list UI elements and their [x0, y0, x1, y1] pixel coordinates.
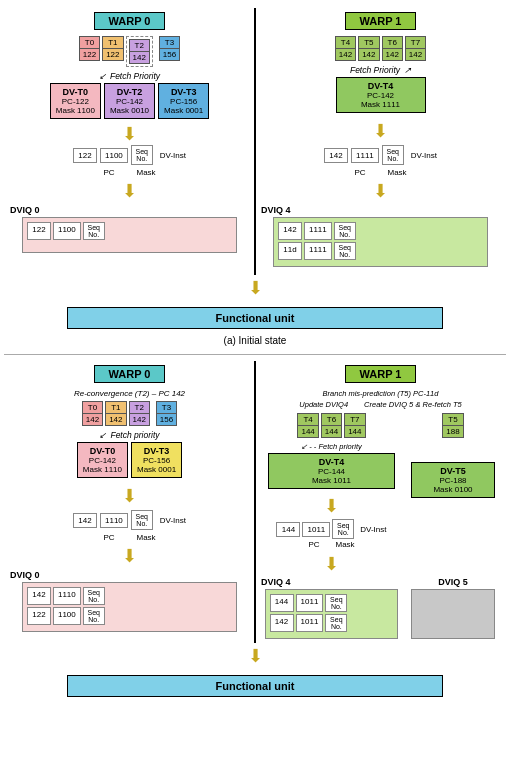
dviq0-seq: SeqNo.	[83, 222, 105, 240]
s2-w1-mask-lbl: Mask	[336, 540, 355, 549]
s2-dviq0-mask1: 1110	[53, 587, 81, 605]
warp0-threads: T0 122 T1 122 T2 142 T3 156	[79, 36, 180, 67]
dviq0-box: 122 1100 SeqNo.	[22, 217, 237, 253]
t1-label: T1	[103, 37, 122, 49]
t3-label: T3	[160, 37, 179, 49]
warp1-dv-row: DV-T4 PC-142 Mask 1111	[261, 77, 500, 113]
thread-t5: T5 142	[358, 36, 379, 61]
t0-label: T0	[80, 37, 99, 49]
arrow-down-2: ⬇	[122, 180, 137, 202]
t2-dashed-wrap: T2 142	[126, 36, 153, 67]
s2-w1-side-threads: T5 188	[442, 413, 463, 438]
s2-warp0-threads: T0 142 T1 142 T2 142 T3 156	[82, 401, 177, 426]
dv-t2-box: DV-T2 PC-142 Mask 0010	[104, 83, 155, 119]
s2-dviq0-mask2: 1100	[53, 607, 81, 625]
s2-fp-arrow: ↙	[99, 430, 106, 440]
s2-t4-val: 144	[298, 426, 317, 437]
s2-w1-pc-lbl: PC	[308, 540, 319, 549]
s2-dviq4-pc2: 142	[270, 614, 294, 632]
section1-caption: (a) Initial state	[4, 335, 506, 346]
s2-t3-label: T3	[157, 402, 176, 414]
warp1-title: WARP 1	[345, 12, 417, 30]
s2-dv-t3-pc: PC-156	[137, 456, 176, 465]
s2-dv-t0-mask: Mask 1110	[83, 465, 122, 474]
t1-val: 122	[103, 49, 122, 60]
s2-thread-t5: T5 188	[442, 413, 463, 438]
s2-thread-t4: T4 144	[297, 413, 318, 438]
s2-functional-unit: Functional unit	[67, 675, 444, 697]
dviq4-box: 142 1111 SeqNo. 11d 1111 SeqNo.	[273, 217, 488, 267]
dv-t0-mask: Mask 1100	[56, 106, 95, 115]
s2-dv-t4-mask: Mask 1011	[274, 476, 389, 485]
thread-t7: T7 142	[405, 36, 426, 61]
dv-t4-title: DV-T4	[342, 81, 420, 91]
s2-w1-inst-row: 144 1011 SeqNo. DV-Inst	[276, 519, 386, 539]
s2-fp-arrow2: ↙ - -	[301, 442, 318, 451]
s2-dviq0-pc1: 142	[27, 587, 51, 605]
s2-dviq4-e1: 144 1011 SeqNo.	[270, 594, 394, 612]
s2-t2-label: T2	[130, 402, 149, 414]
s2-thread-t7: T7 144	[344, 413, 365, 438]
dviq4-label: DVIQ 4	[261, 205, 291, 215]
s2-w1-inst-pc: 144	[276, 522, 300, 537]
s2-warp1-col: WARP 1 Branch mis-prediction (T5) PC-11d…	[255, 361, 506, 643]
s2-arrow1: ⬇	[122, 485, 137, 507]
s2-seq-box: SeqNo.	[131, 510, 153, 530]
dviq0-label: DVIQ 0	[10, 205, 40, 215]
s2-dviq0-label: DVIQ 0	[10, 570, 40, 580]
s2-dv-t5-mask: Mask 0100	[417, 485, 490, 494]
section1: WARP 0 T0 122 T1 122 T2 142	[4, 8, 506, 275]
dv-inst-label: DV-Inst	[160, 151, 186, 160]
branch-line1: Branch mis-prediction (T5) PC-11d	[299, 389, 461, 400]
s2-t3-val: 156	[157, 414, 176, 425]
branch-labels: Branch mis-prediction (T5) PC-11d Update…	[299, 389, 461, 410]
t3-val: 156	[160, 49, 179, 60]
dv-t3-mask: Mask 0001	[164, 106, 203, 115]
s2-dviq0-seq2: SeqNo.	[83, 607, 105, 625]
warp0-col: WARP 0 T0 122 T1 122 T2 142	[4, 8, 255, 271]
thread-t3: T3 156	[159, 36, 180, 61]
s2-mask-label: Mask	[137, 533, 156, 542]
fetch-priority-arrow-left: ↙	[99, 71, 106, 81]
thread-t6: T6 142	[382, 36, 403, 61]
thread-t0: T0 122	[79, 36, 100, 61]
s2-w1-inst-mask: 1011	[302, 522, 330, 537]
pc-mask-labels: PC Mask	[103, 168, 155, 177]
s2-t6-val: 144	[322, 426, 341, 437]
s2-dv-t0-pc: PC-142	[83, 456, 122, 465]
w1-mask-label: Mask	[388, 168, 407, 177]
s2-t0-label: T0	[83, 402, 102, 414]
s2-w1-seq-box: SeqNo.	[332, 519, 354, 539]
warp0-dv-row: DV-T0 PC-122 Mask 1100 DV-T2 PC-142 Mask…	[10, 83, 249, 119]
section2: WARP 0 Re-convergence (T2) – PC 142 T0 1…	[4, 361, 506, 643]
diagram: WARP 0 T0 122 T1 122 T2 142	[0, 0, 510, 707]
s2-t0-val: 142	[83, 414, 102, 425]
dviq4-pc2: 11d	[278, 242, 302, 260]
t7-val: 142	[406, 49, 425, 60]
s2-inst-pc: 142	[73, 513, 97, 528]
t5-label: T5	[359, 37, 378, 49]
thread-t1: T1 122	[102, 36, 123, 61]
w1-dv-inst-label: DV-Inst	[411, 151, 437, 160]
s2-dv-t3: DV-T3 PC-156 Mask 0001	[131, 442, 182, 478]
s2-dviq5-label: DVIQ 5	[438, 577, 468, 587]
dv-t0-pc: PC-122	[56, 97, 95, 106]
s2-t5-val: 188	[443, 426, 462, 437]
warp1-fetch-priority: Fetch Priority ↗	[350, 65, 411, 75]
pc-label: PC	[103, 168, 114, 177]
dv-t3-box: DV-T3 PC-156 Mask 0001	[158, 83, 209, 119]
warp1-threads: T4 142 T5 142 T6 142 T7 142	[335, 36, 426, 61]
s2-dviq4-e2: 142 1011 SeqNo.	[270, 614, 394, 632]
s2-t4-label: T4	[298, 414, 317, 426]
t5-val: 142	[359, 49, 378, 60]
s2-w1-main: T4 144 T6 144 T7 144	[261, 413, 402, 639]
s2-dv-t4-title: DV-T4	[274, 457, 389, 467]
inst-mask-val: 1100	[100, 148, 128, 163]
s2-warp0-dv-row: DV-T0 PC-142 Mask 1110 DV-T3 PC-156 Mask…	[10, 442, 249, 478]
fu-wrapper: Functional unit	[4, 301, 506, 331]
branch-line3: Create DVIQ 5 & Re-fetch T5	[364, 400, 462, 411]
arrow-dviq4: ⬇	[373, 180, 388, 202]
section-separator	[4, 354, 506, 355]
s2-thread-t1: T1 142	[105, 401, 126, 426]
s2-t1-label: T1	[106, 402, 125, 414]
